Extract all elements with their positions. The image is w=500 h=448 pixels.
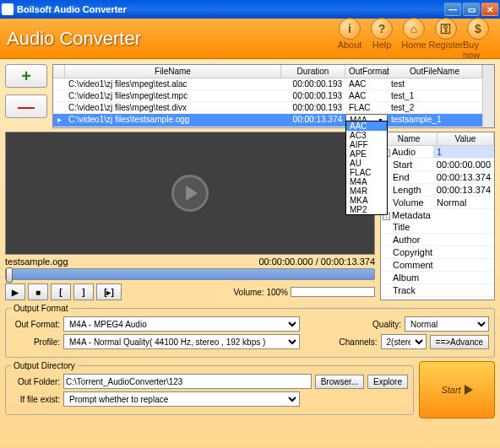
col-duration[interactable]: Duration	[281, 65, 345, 78]
main-area: + — FileName Duration OutFormat OutFileN…	[0, 59, 500, 448]
format-option[interactable]: AIFF	[346, 140, 387, 149]
about-icon: i	[339, 18, 361, 40]
format-option[interactable]: MKA	[346, 196, 387, 205]
if-exist-select[interactable]: Prompt whether to replace	[63, 391, 300, 407]
start-button[interactable]: Start	[419, 361, 495, 418]
seek-slider[interactable]	[5, 268, 375, 280]
output-format-group: Output Format Out Format: M4A - MPEG4 Au…	[5, 304, 495, 358]
property-row[interactable]: Title	[381, 221, 494, 234]
property-row[interactable]: Copyright	[381, 246, 494, 259]
header-home-button[interactable]: ⌂Home	[399, 18, 429, 60]
table-row[interactable]: ▸C:\video1\zj files\testsample.ogg00:00:…	[53, 114, 482, 127]
stop-button[interactable]: ■	[28, 283, 48, 300]
property-row[interactable]: Length00:00:13.374	[381, 184, 494, 197]
output-directory-group: Output Directory Out Folder: Browser... …	[5, 361, 414, 415]
col-outfilename[interactable]: OutFileName	[388, 65, 482, 78]
header: Audio Converter iAbout?Help⌂Home⚿Registe…	[0, 19, 500, 59]
format-option[interactable]: MP2	[346, 205, 387, 214]
table-row[interactable]: C:\video1\zj files\mpeg\test.mpc00:00:00…	[53, 90, 482, 102]
props-metadata-group[interactable]: -Metadata	[381, 209, 494, 221]
advance-button[interactable]: ==>Advance	[430, 335, 489, 349]
header-buy-now-button[interactable]: $Buy now	[463, 18, 493, 60]
range-button[interactable]: [▸]	[96, 283, 122, 300]
col-filename[interactable]: FileName	[65, 65, 281, 78]
quality-select[interactable]: Normal	[405, 316, 489, 332]
help-icon: ?	[371, 18, 393, 40]
property-row[interactable]: End00:00:13.374	[381, 171, 494, 184]
col-outformat[interactable]: OutFormat	[345, 65, 388, 78]
format-option[interactable]: M4R	[346, 186, 387, 196]
remove-file-button[interactable]: —	[5, 94, 47, 118]
register-icon: ⚿	[435, 18, 457, 40]
add-file-button[interactable]: +	[5, 64, 47, 88]
play-overlay-icon[interactable]	[171, 175, 209, 212]
property-row[interactable]: VolumeNormal	[381, 197, 494, 209]
minimize-button[interactable]: —	[444, 3, 461, 16]
table-row[interactable]: C:\video1\zj files\mpeg\test.alac00:00:0…	[53, 78, 482, 90]
props-col-name[interactable]: Name	[381, 132, 438, 145]
file-table-scrollbar[interactable]	[482, 65, 494, 127]
header-help-button[interactable]: ?Help	[367, 18, 397, 60]
volume-slider[interactable]	[291, 287, 375, 297]
property-row[interactable]: Author	[381, 234, 494, 246]
table-row[interactable]: C:\video1\zj files\mpeg\test.divx00:00:0…	[53, 102, 482, 114]
file-table[interactable]: FileName Duration OutFormat OutFileName …	[52, 64, 495, 128]
maximize-button[interactable]: ▭	[463, 3, 480, 16]
play-button[interactable]: ▶	[5, 283, 25, 300]
format-option[interactable]: AAC	[346, 121, 387, 131]
format-option[interactable]: AC3	[346, 131, 387, 140]
header-register-button[interactable]: ⚿Register	[431, 18, 461, 60]
volume-label: Volume: 100%	[234, 288, 289, 297]
format-option[interactable]: APE	[346, 149, 387, 159]
header-about-button[interactable]: iAbout	[334, 18, 365, 60]
mark-out-button[interactable]: ]	[73, 283, 94, 300]
titlebar[interactable]: Boilsoft Audio Converter — ▭ ✕	[0, 0, 500, 19]
play-icon	[465, 385, 473, 395]
close-button[interactable]: ✕	[481, 3, 498, 16]
channels-select[interactable]: 2(stereo)	[381, 334, 427, 349]
format-option[interactable]: M4A	[346, 177, 387, 186]
format-option[interactable]: FLAC	[346, 168, 387, 177]
preview-filename: testsample.ogg	[5, 256, 68, 267]
mark-in-button[interactable]: [	[51, 283, 71, 300]
out-format-select[interactable]: M4A - MPEG4 Audio	[63, 316, 300, 332]
props-col-value[interactable]: Value	[438, 132, 494, 145]
format-dropdown[interactable]: AACAC3AIFFAPEAUFLACM4AM4RMKAMP2	[345, 121, 388, 215]
property-row[interactable]: Track	[381, 284, 494, 297]
property-row[interactable]: Album	[381, 272, 494, 284]
home-icon: ⌂	[403, 18, 425, 40]
video-preview[interactable]	[5, 132, 375, 255]
property-row[interactable]: Start00:00:00.000	[381, 159, 494, 171]
out-folder-input[interactable]	[63, 374, 312, 389]
property-row[interactable]: Comment	[381, 259, 494, 272]
properties-panel: Name Value -Audio 1 Start00:00:00.000End…	[380, 132, 495, 300]
app-icon	[2, 3, 14, 15]
buy now-icon: $	[467, 18, 489, 40]
app-title: Audio Converter	[7, 28, 334, 50]
explore-button[interactable]: Explore	[367, 375, 408, 389]
seek-thumb[interactable]	[6, 267, 13, 283]
profile-select[interactable]: M4A - Normal Quality( 44100 Hz, stereo ,…	[63, 334, 300, 349]
props-audio-group[interactable]: -Audio 1	[381, 146, 494, 159]
browse-button[interactable]: Browser...	[315, 375, 364, 389]
format-option[interactable]: AU	[346, 159, 387, 168]
preview-time: 00:00:00.000 / 00:00:13.374	[258, 256, 375, 267]
window-title: Boilsoft Audio Converter	[17, 4, 444, 14]
